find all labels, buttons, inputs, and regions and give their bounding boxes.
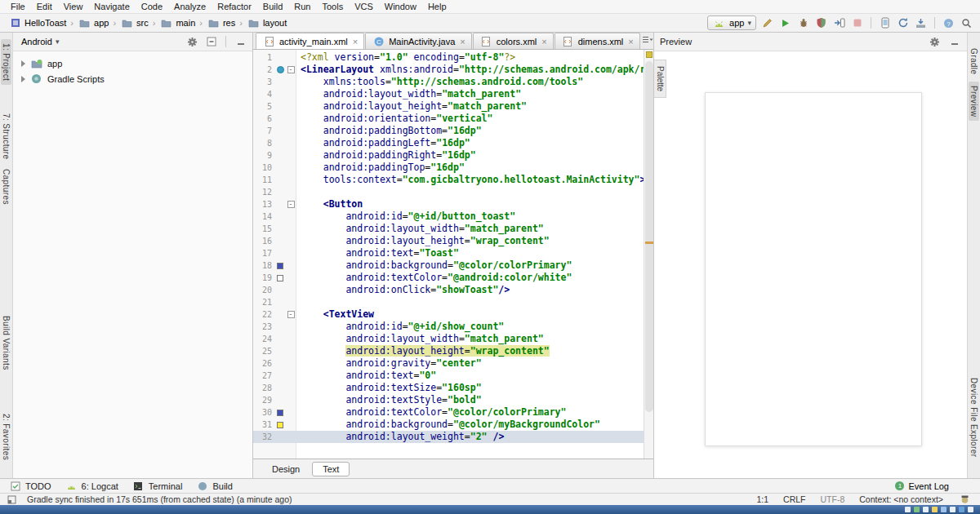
- code-editor[interactable]: 1<?xml version="1.0" encoding="utf-8"?>2…: [253, 50, 644, 459]
- hide-panel-icon[interactable]: [947, 35, 961, 49]
- code-line-18: 18 android:background="@color/colorPrima…: [253, 259, 644, 272]
- palette-tab[interactable]: Palette: [654, 60, 666, 98]
- line-separator-indicator[interactable]: CRLF: [783, 494, 805, 504]
- tab-activity-main-xml[interactable]: activity_main.xml×: [256, 33, 364, 49]
- menu-code[interactable]: Code: [136, 1, 168, 12]
- menu-help[interactable]: Help: [422, 1, 452, 12]
- coverage-icon[interactable]: [814, 16, 828, 30]
- tool-button-build-variants[interactable]: Build Variants: [1, 312, 11, 374]
- crumb-app[interactable]: app: [76, 16, 110, 31]
- tray-icon[interactable]: [905, 507, 911, 512]
- tool-button-build[interactable]: Build: [195, 479, 232, 493]
- run-icon[interactable]: [778, 16, 792, 30]
- attach-debugger-icon[interactable]: [832, 16, 846, 30]
- tray-icon[interactable]: [914, 507, 920, 512]
- tool-button-captures[interactable]: Captures: [1, 165, 11, 209]
- tab-dimens-xml[interactable]: dimens.xml×: [555, 33, 640, 49]
- debug-icon[interactable]: [796, 16, 810, 30]
- crumb-layout[interactable]: layout: [245, 16, 288, 31]
- collapse-all-icon[interactable]: [204, 35, 218, 49]
- menu-window[interactable]: Window: [379, 1, 422, 12]
- context-indicator[interactable]: Context: <no context>: [859, 494, 943, 504]
- menu-view[interactable]: View: [58, 1, 89, 12]
- tab-mainactivity-java[interactable]: CMainActivity.java×: [365, 33, 472, 49]
- tray-icon[interactable]: [968, 507, 973, 512]
- event-log-button[interactable]: 1 Event Log: [895, 481, 972, 491]
- fold-marker[interactable]: -: [287, 311, 295, 318]
- tool-button-structure[interactable]: 7: Structure: [1, 109, 11, 164]
- tray-icon[interactable]: [959, 507, 964, 512]
- project-panel-header: Android ▾: [13, 33, 252, 51]
- tool-button-6-logcat[interactable]: 6: Logcat: [65, 479, 118, 493]
- tray-icon[interactable]: [932, 507, 938, 512]
- gutter-marker-icon[interactable]: [277, 66, 284, 73]
- run-config-select[interactable]: app ▾: [707, 16, 756, 30]
- tool-button-terminal[interactable]: Terminal: [131, 479, 183, 493]
- tree-item-gradle-scripts[interactable]: Gradle Scripts: [13, 71, 252, 86]
- scrollbar-thumb[interactable]: [645, 61, 653, 412]
- color-swatch[interactable]: [277, 275, 283, 281]
- tool-button-gradle[interactable]: Gradle: [969, 44, 979, 78]
- tray-icon[interactable]: [941, 507, 947, 512]
- color-swatch[interactable]: [277, 263, 283, 269]
- tool-button-project[interactable]: 1: Project: [1, 39, 11, 85]
- mode-tab-text[interactable]: Text: [312, 462, 350, 476]
- pencil-icon[interactable]: [760, 16, 774, 30]
- divider: [225, 36, 226, 47]
- menu-tools[interactable]: Tools: [316, 1, 349, 12]
- code-text: android:orientation="vertical": [296, 113, 644, 125]
- tab-colors-xml[interactable]: colors.xml×: [473, 33, 554, 49]
- inspections-profile-icon[interactable]: [958, 493, 972, 507]
- hide-panel-icon[interactable]: [234, 35, 247, 49]
- menu-navigate[interactable]: Navigate: [88, 1, 135, 12]
- caret-position[interactable]: 1:1: [756, 494, 768, 504]
- expand-chevron-icon[interactable]: [21, 76, 25, 82]
- crumb-res[interactable]: res: [205, 16, 237, 31]
- tool-windows-toggle-icon[interactable]: [5, 493, 19, 507]
- tool-button-favorites[interactable]: 2: Favorites: [1, 410, 11, 464]
- menu-edit[interactable]: Edit: [31, 1, 58, 12]
- menu-analyze[interactable]: Analyze: [168, 1, 212, 12]
- menu-build[interactable]: Build: [257, 1, 288, 12]
- fold-marker[interactable]: -: [287, 201, 295, 208]
- tool-button-todo[interactable]: TODO: [8, 479, 51, 493]
- file-encoding-indicator[interactable]: UTF-8: [821, 494, 845, 504]
- mode-tab-design[interactable]: Design: [261, 462, 310, 476]
- stop-icon[interactable]: [850, 16, 864, 30]
- search-icon[interactable]: [960, 16, 973, 30]
- svg-text:?: ?: [947, 20, 951, 27]
- fold-marker[interactable]: -: [287, 66, 295, 73]
- sdk-manager-icon[interactable]: [914, 16, 928, 30]
- tool-button-preview[interactable]: Preview: [969, 82, 979, 121]
- project-view-select[interactable]: Android ▾: [18, 36, 62, 47]
- tray-icon[interactable]: [923, 507, 929, 512]
- close-tab-icon[interactable]: ×: [460, 37, 465, 47]
- avd-manager-icon[interactable]: [878, 16, 892, 30]
- editor-scrollbar[interactable]: [644, 50, 653, 459]
- gutter-annotation: [274, 308, 286, 321]
- crumb-src[interactable]: src: [118, 16, 150, 31]
- close-tab-icon[interactable]: ×: [628, 37, 633, 47]
- tool-button-device-file-explorer[interactable]: Device File Explorer: [969, 374, 979, 461]
- crumb-main[interactable]: main: [158, 16, 197, 31]
- tree-item-app[interactable]: app: [13, 55, 252, 71]
- color-swatch[interactable]: [277, 422, 283, 428]
- menu-refactor[interactable]: Refactor: [212, 1, 257, 12]
- menu-run[interactable]: Run: [288, 1, 316, 12]
- code-line-26: 26 android:gravity="center": [253, 357, 644, 370]
- gradle-sync-icon[interactable]: [896, 16, 910, 30]
- close-tab-icon[interactable]: ×: [353, 37, 358, 47]
- gear-icon[interactable]: [928, 35, 942, 49]
- tray-icon[interactable]: [950, 507, 956, 512]
- line-number: 10: [253, 162, 274, 174]
- gear-icon[interactable]: [185, 35, 199, 49]
- inspections-indicator-icon[interactable]: [646, 51, 653, 58]
- color-swatch[interactable]: [277, 410, 283, 416]
- crumb-hellotoast[interactable]: HelloToast: [7, 16, 68, 31]
- help-icon[interactable]: ?: [942, 16, 956, 30]
- expand-chevron-icon[interactable]: [21, 60, 25, 67]
- close-tab-icon[interactable]: ×: [541, 37, 546, 47]
- menu-vcs[interactable]: VCS: [349, 1, 379, 12]
- code-line-21: 21: [253, 296, 644, 308]
- menu-file[interactable]: File: [5, 1, 31, 12]
